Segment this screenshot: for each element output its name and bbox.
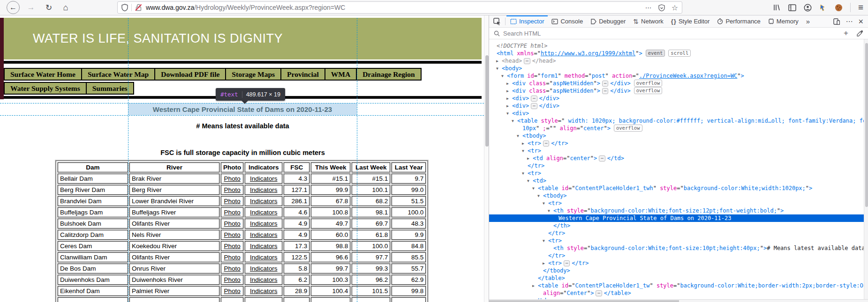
pick-element-icon[interactable] (489, 15, 505, 28)
collapse-arrow-icon[interactable]: ▼ (543, 200, 547, 207)
inline-expand-icon[interactable]: ⋯ (543, 140, 549, 147)
sidebars-icon[interactable] (788, 4, 796, 11)
tree-node[interactable]: 10px" ;="" align="center">overflow (489, 125, 868, 132)
tracking-protection-shield-icon[interactable] (121, 4, 128, 11)
nav-download-pdf[interactable]: Download PDF file (154, 68, 226, 81)
tree-node[interactable]: ▼<form id="form1" method="post" action="… (489, 72, 868, 80)
page-scrollbar[interactable] (484, 15, 489, 302)
photo-link[interactable]: Photo (224, 198, 240, 205)
inline-expand-icon[interactable]: ⋯ (596, 290, 602, 296)
tab-debugger[interactable]: Debugger (587, 15, 629, 28)
indicators-link[interactable]: Indicators (250, 209, 278, 216)
tab-console[interactable]: Console (548, 15, 587, 28)
photo-link[interactable]: Photo (224, 186, 240, 193)
inline-expand-icon[interactable]: ⋯ (524, 58, 530, 64)
indicators-link[interactable]: Indicators (250, 220, 278, 227)
tree-node[interactable]: ▼<tr> (489, 237, 868, 244)
photo-link[interactable]: Photo (224, 276, 240, 283)
photo-link[interactable]: Photo (224, 220, 240, 227)
responsive-design-mode-icon[interactable] (833, 18, 840, 25)
tree-node[interactable]: <th style="background-color:White;font-s… (489, 244, 868, 252)
tree-node[interactable]: ▼<div> (489, 110, 868, 117)
home-button[interactable]: ⌂ (59, 0, 72, 15)
tree-node[interactable]: ▶<td align="center">⋯</td> (489, 155, 868, 162)
url-bar[interactable]: www.dwa.gov.za/Hydrology/Weekly/Province… (117, 1, 682, 14)
nav-storage-maps[interactable]: Storage Maps (225, 68, 281, 81)
tree-node[interactable]: ▼<table id="ContentPlaceHolder1_twh" sty… (489, 184, 868, 192)
photo-link[interactable]: Photo (224, 254, 240, 261)
indicators-link[interactable]: Indicators (250, 287, 278, 295)
indicators-link[interactable]: Indicators (250, 231, 278, 238)
inline-expand-icon[interactable]: ⋯ (599, 155, 605, 162)
tree-node[interactable]: </tr> (489, 229, 868, 237)
photo-link[interactable]: Photo (224, 287, 240, 295)
tree-node[interactable]: ▼<th style="background-color:White;font-… (489, 207, 868, 214)
nav-water-supply-systems[interactable]: Water Supply Systems (4, 82, 87, 95)
indicators-link[interactable]: Indicators (250, 254, 278, 261)
photo-link[interactable]: Photo (224, 265, 240, 272)
nav-drainage-region[interactable]: Drainage Region (356, 68, 422, 81)
inline-expand-icon[interactable]: ⋯ (531, 96, 537, 102)
collapse-arrow-icon[interactable]: ▼ (532, 185, 537, 192)
tree-node[interactable]: ▶<div>⋯</div> (489, 102, 868, 110)
tree-node[interactable]: </tbody> (489, 267, 868, 274)
extension-download-arrow-icon[interactable] (819, 4, 827, 12)
collapse-arrow-icon[interactable]: ▼ (522, 147, 527, 155)
tree-node[interactable]: </tr> (489, 162, 868, 169)
nav-wma[interactable]: WMA (325, 68, 357, 81)
inline-expand-icon[interactable]: ⋯ (531, 103, 537, 109)
photo-link[interactable]: Photo (224, 175, 240, 182)
tab-inspector[interactable]: Inspector (506, 15, 548, 28)
inline-expand-icon[interactable]: ⋯ (564, 260, 570, 266)
tree-node[interactable]: ▼<tbody> (489, 192, 868, 199)
tree-node[interactable]: ▼<tr> (489, 169, 868, 177)
tree-node[interactable]: ▶<div class="aspNetHidden">⋯</div>overfl… (489, 80, 868, 87)
expand-arrow-icon[interactable]: ▶ (527, 155, 532, 162)
page-actions-icon[interactable]: ⋯ (645, 4, 652, 11)
tree-node[interactable]: ▼<body> (489, 65, 868, 72)
nav-provincial[interactable]: Provincial (280, 68, 325, 81)
account-icon[interactable] (804, 4, 812, 12)
collapse-arrow-icon[interactable]: ▼ (496, 65, 501, 73)
back-button[interactable]: ← (7, 1, 20, 14)
bookmark-star-icon[interactable]: ☆ (672, 3, 678, 12)
collapse-arrow-icon[interactable]: ▼ (537, 192, 542, 200)
photo-link[interactable]: Photo (224, 231, 240, 238)
node-badge[interactable]: event (646, 50, 665, 57)
tree-node[interactable]: ▼<tr> (489, 199, 868, 207)
devtools-vscrollbar-thumb[interactable] (865, 43, 868, 207)
indicators-link[interactable]: Indicators (250, 175, 278, 182)
collapse-arrow-icon[interactable]: ▼ (527, 177, 532, 185)
tree-node[interactable]: ▶<head>⋯</head> (489, 57, 868, 65)
tree-node[interactable]: align="Center">⋯</table> (489, 289, 868, 297)
node-badge[interactable]: overflow (614, 125, 642, 132)
tree-node[interactable]: <!DOCTYPE html> (489, 42, 868, 50)
indicators-link[interactable]: Indicators (250, 265, 278, 272)
tree-node[interactable]: ▶<tr>⋯</tr> (489, 140, 868, 147)
collapse-arrow-icon[interactable]: ▼ (501, 73, 506, 80)
tab-memory[interactable]: Memory (764, 15, 802, 28)
add-node-icon[interactable]: + (844, 29, 848, 38)
nav-surface-water-home[interactable]: Surface Water Home (4, 68, 82, 81)
indicators-link[interactable]: Indicators (250, 276, 278, 283)
collapse-arrow-icon[interactable]: ▼ (548, 207, 552, 215)
collapse-arrow-icon[interactable]: ▼ (506, 110, 511, 118)
page-scrollbar-thumb[interactable] (485, 55, 489, 147)
expand-arrow-icon[interactable]: ▶ (532, 282, 537, 290)
url-text[interactable]: www.dwa.gov.za/Hydrology/Weekly/Province… (146, 4, 345, 11)
tree-node[interactable]: ▼<td> (489, 177, 868, 184)
selected-tree-node[interactable]: Western Cape Provincial State of Dams on… (489, 214, 868, 222)
indicators-link[interactable]: Indicators (250, 198, 278, 205)
node-badge[interactable]: scroll (668, 50, 691, 57)
tree-node[interactable]: ▶<tr>⋯</tr> (489, 259, 868, 267)
photo-link[interactable]: Photo (224, 243, 240, 250)
indicators-link[interactable]: Indicators (250, 243, 278, 250)
tree-node[interactable]: ▶<div class="aspNetHidden">⋯</div>overfl… (489, 87, 868, 95)
collapse-arrow-icon[interactable]: ▼ (512, 118, 516, 125)
inline-expand-icon[interactable]: ⋯ (602, 81, 608, 87)
tree-node[interactable]: ▶<div>⋯</div> (489, 95, 868, 102)
devtools-hscrollbar-thumb[interactable] (489, 300, 679, 302)
forward-button[interactable]: → (24, 0, 38, 15)
tree-node[interactable]: </th> (489, 222, 868, 229)
nav-surface-water-map[interactable]: Surface Water Map (81, 68, 155, 81)
